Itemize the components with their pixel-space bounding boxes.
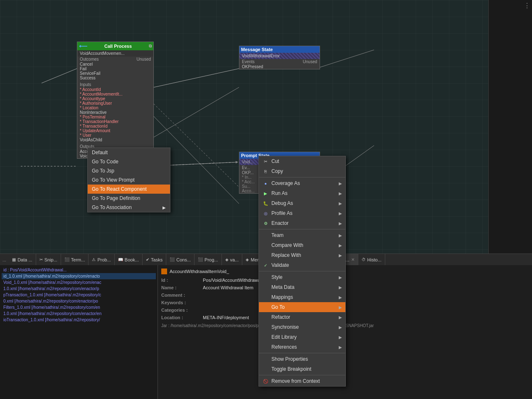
svg-line-4 [316,50,374,69]
detail-name-value: Account Withdrawal Item [203,285,529,290]
call-process-fail: Fail [77,66,153,71]
tab-tasks[interactable]: ✔ Tasks [143,254,166,265]
menu-item-toggle-breakpoint[interactable]: Toggle Breakpoint [259,364,345,374]
detail-categories-value [203,308,529,313]
menu-item-enactor[interactable]: ⚙ Enactor ▶ [259,218,345,228]
menu-item-debug-as[interactable]: 🐛 Debug As ▶ [259,198,345,208]
go-to-association-arrow-icon: ▶ [163,205,166,210]
tab-data[interactable]: ▦ Data ... [9,254,36,265]
term-tab-label: Term... [71,257,85,262]
menu-item-meta-data[interactable]: Meta Data ▶ [259,282,345,292]
submenu-go-to-view-prompt-label: Go To View Prompt [92,177,135,183]
call-process-location: * Location [77,106,153,110]
tab-cons[interactable]: ⬛ Cons... [166,254,195,265]
reso-tab-close-icon[interactable]: ✕ [351,257,355,262]
menu-item-run-as[interactable]: ▶ Run As ▶ [259,188,345,198]
detail-location-label: Location : [161,315,203,320]
go-to-label: Go To [271,304,285,310]
call-process-body-text: VoidAccountMovemen... [80,51,151,56]
submenu-item-go-to-association[interactable]: Go To Association ▶ [88,203,170,212]
menu-item-team[interactable]: Team ▶ [259,230,345,240]
cut-label: Cut [271,158,279,164]
separator-4 [259,353,345,353]
submenu-item-go-to-jsp[interactable]: Go To Jsp [88,166,170,175]
debug-as-icon: 🐛 [262,200,269,207]
menu-item-style[interactable]: Style ▶ [259,272,345,282]
detail-name-label: Name : [161,285,203,290]
meta-data-arrow-icon: ▶ [339,285,342,290]
style-label: Style [271,274,283,280]
coverage-as-arrow-icon: ▶ [339,181,342,186]
file-item-8[interactable]: ioTransaction_1.0.xml [/home/sathira/.m2… [2,317,156,323]
tab-term[interactable]: ⬛ Term... [61,254,89,265]
coverage-as-icon: ● [262,180,269,187]
detail-id-label: Id : [161,278,203,283]
menu-item-profile-as[interactable]: ◎ Profile As ▶ [259,208,345,218]
compare-with-label: Compare With [271,242,303,248]
snip-tab-icon: ✂ [39,257,43,262]
menu-item-synchronise[interactable]: Synchronise ▶ [259,322,345,332]
canvas-right-sidebar: ⋮ [488,0,532,254]
menu-item-compare-with[interactable]: Compare With ▶ [259,240,345,250]
submenu-go-to-page-definition-label: Go To Page Definition [92,195,140,201]
go-to-icon [262,304,269,310]
replace-with-arrow-icon: ▶ [339,253,342,258]
references-icon [262,344,269,350]
menu-item-coverage-as[interactable]: ● Coverage As ▶ [259,178,345,188]
file-item-4[interactable]: pTransaction_1.0.xml [/home/sathira/.m2/… [2,292,156,298]
file-item-0[interactable]: id : Pos/Void/AccountWithdrawal... [2,267,156,273]
menu-item-mappings[interactable]: Mappings ▶ [259,292,345,302]
tab-book[interactable]: 📖 Book... [115,254,143,265]
submenu-item-default[interactable]: Default [88,148,170,157]
file-item-2[interactable]: Void_1.0.xml [/home/sathira/.m2/reposito… [2,279,156,286]
book-tab-label: Book... [125,257,139,262]
svg-line-1 [154,87,239,137]
call-process-node[interactable]: ⟵ Call Process ⧉ VoidAccountMovemen... O… [77,42,154,159]
menu-item-edit-library[interactable]: Edit Library ▶ [259,332,345,342]
refactor-label: Refactor [271,314,290,320]
submenu-item-go-to-code[interactable]: Go To Code [88,157,170,166]
menu-item-copy[interactable]: ⎘ Copy [259,166,345,176]
menu-item-show-properties[interactable]: Show Properties [259,354,345,364]
menu-item-cut[interactable]: ✂ Cut [259,156,345,166]
submenu-item-go-to-react-component[interactable]: Go To React Component [88,185,170,194]
show-properties-label: Show Properties [271,356,308,362]
tab-histo[interactable]: ⏱ Histо... [358,254,385,265]
menu-item-validate[interactable]: ✓ Validate [259,260,345,270]
menu-item-refactor[interactable]: Refactor ▶ [259,312,345,322]
menu-item-references[interactable]: References ▶ [259,342,345,352]
tab-prog[interactable]: ⬛ Prog... [195,254,222,265]
submenu-item-go-to-view-prompt[interactable]: Go To View Prompt [88,175,170,185]
menu-item-go-to[interactable]: Go To ▶ [259,302,345,312]
tab-va[interactable]: ◈ va... [222,254,243,265]
message-state-node[interactable]: Message State VoidWithdrawalError Events… [239,46,320,69]
tab-snip[interactable]: ✂ Snip... [36,254,61,265]
detail-keywords-label: Keywords : [161,300,203,305]
call-process-user: * User [77,133,153,138]
tab-prob[interactable]: ⚠ Prob... [89,254,114,265]
file-item-7[interactable]: 1.0.xml [/home/sathira/.m2/repository/co… [2,310,156,317]
submenu-item-go-to-page-definition[interactable]: Go To Page Definition [88,194,170,203]
team-label: Team [271,232,283,238]
file-item-1[interactable]: id_1.0.xml [/home/sathira/.m2/repository… [2,273,156,279]
call-process-header: ⟵ Call Process ⧉ [77,42,153,50]
menu-item-remove-from-context[interactable]: 🚫 Remove from Context [259,376,345,386]
histo-tab-icon: ⏱ [362,257,366,262]
call-process-updateamount: * UpdateAmount [77,128,153,133]
mem-tab-icon: ◈ [246,257,249,262]
file-item-3[interactable]: 1.0.xml [/home/sathira/.m2/repository/co… [2,286,156,292]
submenu-go-to-jsp-label: Go To Jsp [92,168,114,174]
file-item-6[interactable]: Filters_1.0.xml [/home/sathira/.m2/repos… [2,304,156,310]
data-tab-icon: ▦ [12,257,16,262]
tabs-overflow-left[interactable]: ... [0,257,9,262]
detail-keywords-value [203,300,529,305]
meta-data-label: Meta Data [271,284,294,290]
data-tab-label: Data ... [17,257,32,262]
style-icon [262,274,269,281]
submenu-go-to-react-component-label: Go To React Component [92,186,147,192]
message-state-events-section: Events Unused [239,59,320,64]
menu-item-replace-with[interactable]: Replace With ▶ [259,250,345,260]
sidebar-more-icon[interactable]: ⋮ [524,2,530,10]
detail-filename: AccountWithdrawalItemVoid_ [170,269,229,274]
file-item-5[interactable]: 0.xml [/home/sathira/.m2/repository/com/… [2,298,156,304]
